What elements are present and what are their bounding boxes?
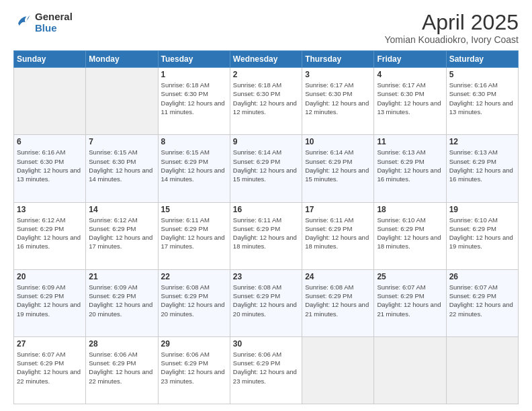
calendar-week-row: 20Sunrise: 6:09 AM Sunset: 6:29 PM Dayli… (14, 269, 519, 336)
table-row (302, 336, 374, 404)
table-row: 3Sunrise: 6:17 AM Sunset: 6:30 PM Daylig… (302, 68, 374, 135)
table-row: 22Sunrise: 6:08 AM Sunset: 6:29 PM Dayli… (158, 269, 230, 336)
day-number: 22 (161, 272, 227, 281)
day-info: Sunrise: 6:06 AM Sunset: 6:29 PM Dayligh… (161, 350, 227, 385)
day-info: Sunrise: 6:07 AM Sunset: 6:29 PM Dayligh… (17, 350, 83, 385)
day-info: Sunrise: 6:18 AM Sunset: 6:30 PM Dayligh… (233, 81, 299, 116)
title-block: April 2025 Yomian Kouadiokro, Ivory Coas… (385, 11, 519, 45)
col-monday: Monday (86, 51, 158, 68)
table-row (374, 336, 446, 404)
calendar-week-row: 13Sunrise: 6:12 AM Sunset: 6:29 PM Dayli… (14, 202, 519, 269)
table-row: 17Sunrise: 6:11 AM Sunset: 6:29 PM Dayli… (302, 202, 374, 269)
day-number: 26 (449, 272, 515, 281)
day-number: 4 (377, 70, 443, 79)
day-info: Sunrise: 6:13 AM Sunset: 6:29 PM Dayligh… (377, 148, 443, 183)
table-row: 2Sunrise: 6:18 AM Sunset: 6:30 PM Daylig… (230, 68, 302, 135)
table-row: 14Sunrise: 6:12 AM Sunset: 6:29 PM Dayli… (86, 202, 158, 269)
table-row: 6Sunrise: 6:16 AM Sunset: 6:30 PM Daylig… (14, 135, 86, 202)
day-number: 5 (449, 70, 515, 79)
day-number: 20 (17, 272, 83, 281)
table-row: 25Sunrise: 6:07 AM Sunset: 6:29 PM Dayli… (374, 269, 446, 336)
table-row: 13Sunrise: 6:12 AM Sunset: 6:29 PM Dayli… (14, 202, 86, 269)
table-row (446, 336, 518, 404)
day-info: Sunrise: 6:12 AM Sunset: 6:29 PM Dayligh… (17, 216, 83, 251)
day-number: 1 (161, 70, 227, 79)
day-number: 16 (233, 205, 299, 214)
logo-text: General Blue (35, 11, 73, 34)
day-number: 27 (17, 339, 83, 349)
day-number: 21 (89, 272, 154, 281)
col-friday: Friday (374, 51, 446, 68)
day-info: Sunrise: 6:17 AM Sunset: 6:30 PM Dayligh… (377, 81, 443, 116)
day-info: Sunrise: 6:13 AM Sunset: 6:29 PM Dayligh… (449, 148, 515, 183)
day-number: 25 (377, 272, 443, 281)
calendar-week-row: 1Sunrise: 6:18 AM Sunset: 6:30 PM Daylig… (14, 68, 519, 135)
day-info: Sunrise: 6:08 AM Sunset: 6:29 PM Dayligh… (305, 283, 371, 318)
day-info: Sunrise: 6:11 AM Sunset: 6:29 PM Dayligh… (233, 216, 299, 251)
day-number: 28 (89, 339, 154, 349)
table-row: 16Sunrise: 6:11 AM Sunset: 6:29 PM Dayli… (230, 202, 302, 269)
day-info: Sunrise: 6:18 AM Sunset: 6:30 PM Dayligh… (161, 81, 227, 116)
day-number: 12 (449, 137, 515, 146)
day-info: Sunrise: 6:16 AM Sunset: 6:30 PM Dayligh… (17, 148, 83, 183)
day-number: 11 (377, 137, 443, 146)
day-info: Sunrise: 6:16 AM Sunset: 6:30 PM Dayligh… (449, 81, 515, 116)
day-info: Sunrise: 6:15 AM Sunset: 6:30 PM Dayligh… (89, 148, 154, 183)
table-row: 10Sunrise: 6:14 AM Sunset: 6:29 PM Dayli… (302, 135, 374, 202)
table-row: 21Sunrise: 6:09 AM Sunset: 6:29 PM Dayli… (86, 269, 158, 336)
day-info: Sunrise: 6:10 AM Sunset: 6:29 PM Dayligh… (377, 216, 443, 251)
day-number: 19 (449, 205, 515, 214)
calendar-week-row: 6Sunrise: 6:16 AM Sunset: 6:30 PM Daylig… (14, 135, 519, 202)
table-row: 8Sunrise: 6:15 AM Sunset: 6:29 PM Daylig… (158, 135, 230, 202)
day-number: 3 (305, 70, 371, 79)
table-row: 20Sunrise: 6:09 AM Sunset: 6:29 PM Dayli… (14, 269, 86, 336)
calendar-header-row: Sunday Monday Tuesday Wednesday Thursday… (14, 51, 519, 68)
table-row: 28Sunrise: 6:06 AM Sunset: 6:29 PM Dayli… (86, 336, 158, 404)
day-info: Sunrise: 6:12 AM Sunset: 6:29 PM Dayligh… (89, 216, 154, 251)
table-row: 29Sunrise: 6:06 AM Sunset: 6:29 PM Dayli… (158, 336, 230, 404)
day-info: Sunrise: 6:08 AM Sunset: 6:29 PM Dayligh… (233, 283, 299, 318)
table-row: 30Sunrise: 6:06 AM Sunset: 6:29 PM Dayli… (230, 336, 302, 404)
day-number: 15 (161, 205, 227, 214)
day-number: 24 (305, 272, 371, 281)
col-sunday: Sunday (14, 51, 86, 68)
col-wednesday: Wednesday (230, 51, 302, 68)
table-row: 4Sunrise: 6:17 AM Sunset: 6:30 PM Daylig… (374, 68, 446, 135)
header: General Blue April 2025 Yomian Kouadiokr… (13, 11, 519, 45)
day-info: Sunrise: 6:14 AM Sunset: 6:29 PM Dayligh… (233, 148, 299, 183)
day-info: Sunrise: 6:07 AM Sunset: 6:29 PM Dayligh… (449, 283, 515, 318)
day-number: 30 (233, 339, 299, 349)
calendar-subtitle: Yomian Kouadiokro, Ivory Coast (385, 34, 519, 45)
table-row: 5Sunrise: 6:16 AM Sunset: 6:30 PM Daylig… (446, 68, 518, 135)
table-row: 26Sunrise: 6:07 AM Sunset: 6:29 PM Dayli… (446, 269, 518, 336)
day-number: 7 (89, 137, 154, 146)
calendar-table: Sunday Monday Tuesday Wednesday Thursday… (13, 50, 519, 404)
day-number: 9 (233, 137, 299, 146)
table-row: 24Sunrise: 6:08 AM Sunset: 6:29 PM Dayli… (302, 269, 374, 336)
table-row: 11Sunrise: 6:13 AM Sunset: 6:29 PM Dayli… (374, 135, 446, 202)
day-info: Sunrise: 6:08 AM Sunset: 6:29 PM Dayligh… (161, 283, 227, 318)
calendar-title: April 2025 (385, 11, 519, 34)
day-info: Sunrise: 6:11 AM Sunset: 6:29 PM Dayligh… (305, 216, 371, 251)
table-row: 18Sunrise: 6:10 AM Sunset: 6:29 PM Dayli… (374, 202, 446, 269)
day-info: Sunrise: 6:10 AM Sunset: 6:29 PM Dayligh… (449, 216, 515, 251)
day-number: 10 (305, 137, 371, 146)
table-row: 1Sunrise: 6:18 AM Sunset: 6:30 PM Daylig… (158, 68, 230, 135)
table-row: 27Sunrise: 6:07 AM Sunset: 6:29 PM Dayli… (14, 336, 86, 404)
day-number: 17 (305, 205, 371, 214)
day-info: Sunrise: 6:09 AM Sunset: 6:29 PM Dayligh… (17, 283, 83, 318)
table-row: 15Sunrise: 6:11 AM Sunset: 6:29 PM Dayli… (158, 202, 230, 269)
col-saturday: Saturday (446, 51, 518, 68)
table-row: 9Sunrise: 6:14 AM Sunset: 6:29 PM Daylig… (230, 135, 302, 202)
day-number: 8 (161, 137, 227, 146)
logo: General Blue (13, 11, 73, 34)
day-info: Sunrise: 6:09 AM Sunset: 6:29 PM Dayligh… (89, 283, 154, 318)
table-row (86, 68, 158, 135)
table-row (14, 68, 86, 135)
logo-icon (13, 13, 32, 32)
table-row: 12Sunrise: 6:13 AM Sunset: 6:29 PM Dayli… (446, 135, 518, 202)
day-info: Sunrise: 6:17 AM Sunset: 6:30 PM Dayligh… (305, 81, 371, 116)
col-thursday: Thursday (302, 51, 374, 68)
day-number: 14 (89, 205, 154, 214)
day-info: Sunrise: 6:15 AM Sunset: 6:29 PM Dayligh… (161, 148, 227, 183)
